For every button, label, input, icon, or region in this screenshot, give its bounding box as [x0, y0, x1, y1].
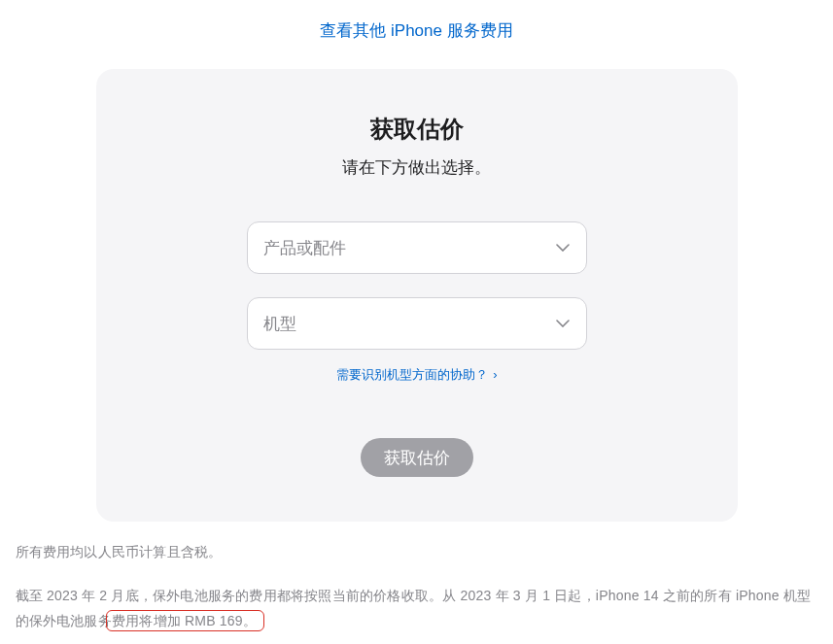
- other-service-fees-link[interactable]: 查看其他 iPhone 服务费用: [320, 21, 512, 40]
- estimate-card: 获取估价 请在下方做出选择。 产品或配件 机型 需要识别机型方面的协助？ › 获…: [96, 69, 738, 522]
- card-title: 获取估价: [155, 114, 679, 145]
- top-link-container: 查看其他 iPhone 服务费用: [0, 0, 833, 69]
- footer-line-2: 截至 2023 年 2 月底，保外电池服务的费用都将按照当前的价格收取。从 20…: [16, 583, 818, 634]
- help-link-container: 需要识别机型方面的协助？ ›: [155, 365, 679, 384]
- product-select-placeholder: 产品或配件: [263, 237, 346, 259]
- get-estimate-button[interactable]: 获取估价: [361, 438, 473, 477]
- model-select[interactable]: 机型: [247, 297, 587, 350]
- footer-line-1: 所有费用均以人民币计算且含税。: [16, 539, 818, 565]
- chevron-right-icon: ›: [490, 367, 498, 382]
- product-select-wrap: 产品或配件: [247, 221, 587, 274]
- submit-wrap: 获取估价: [155, 438, 679, 477]
- help-link-label: 需要识别机型方面的协助？: [336, 367, 488, 382]
- identify-model-help-link[interactable]: 需要识别机型方面的协助？ ›: [336, 367, 498, 382]
- card-subtitle: 请在下方做出选择。: [155, 156, 679, 179]
- price-increase-highlight: 费用将增加 RMB 169。: [112, 613, 257, 628]
- footer-notes: 所有费用均以人民币计算且含税。 截至 2023 年 2 月底，保外电池服务的费用…: [14, 539, 820, 634]
- model-select-wrap: 机型: [247, 297, 587, 350]
- product-select[interactable]: 产品或配件: [247, 221, 587, 274]
- model-select-placeholder: 机型: [263, 313, 296, 335]
